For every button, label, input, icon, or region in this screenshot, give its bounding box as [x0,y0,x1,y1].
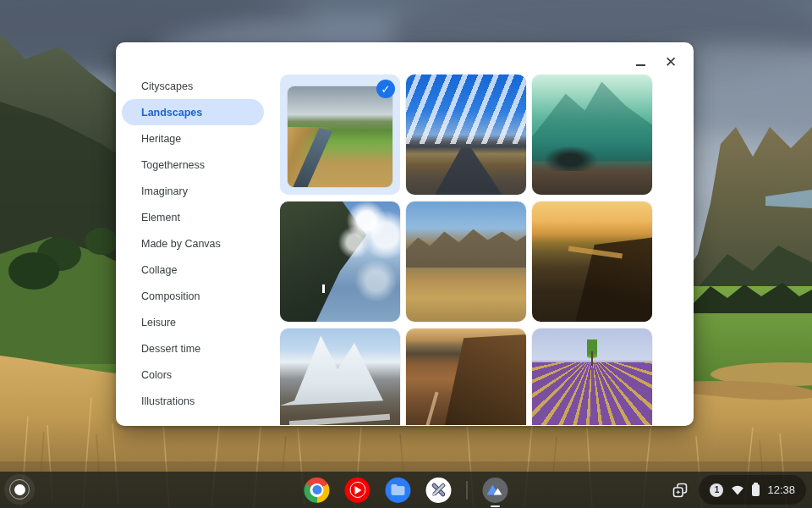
thumbnail-image [406,75,526,195]
sidebar-item-label: Togetherness [141,159,205,171]
wallpaper-thumbnail[interactable] [406,202,526,322]
sidebar-item-composition[interactable]: Composition [122,283,264,309]
sidebar-item-collage[interactable]: Collage [122,257,264,283]
sidebar-item-heritage[interactable]: Heritage [122,125,264,152]
sidebar-item-label: Heritage [141,133,181,145]
selected-check-icon: ✓ [376,80,395,98]
minimize-button[interactable] [629,51,651,73]
system-tray: 1 12:38 [665,475,806,505]
thumbnail-image [280,329,400,425]
sidebar-item-cityscapes[interactable]: Cityscapes [122,73,264,99]
tote-icon [671,481,689,500]
close-button[interactable]: ✕ [660,51,682,73]
thumbnail-image [406,329,526,425]
thumbnail-image [406,202,526,322]
sidebar-item-imaginary[interactable]: Imaginary [122,178,264,204]
sidebar-item-illustrations[interactable]: Illustrations [122,388,264,414]
minimize-icon [636,64,645,66]
canvas-icon[interactable] [426,478,452,503]
sidebar-item-label: Illustrations [141,395,195,407]
app-slot-wallpaper [483,472,508,508]
thumbnail-image [280,202,400,322]
close-icon: ✕ [665,55,677,69]
wallpaper-thumbnail[interactable] [280,329,400,425]
status-area[interactable]: 1 12:38 [699,475,806,505]
sidebar-item-leisure[interactable]: Leisure [122,309,264,335]
wallpaper-grid: ✓ [280,75,653,425]
wifi-icon [731,483,744,496]
thumbnail-image [532,202,652,322]
sidebar-item-label: Landscapes [141,107,202,119]
sidebar-item-label: Art [141,422,155,422]
thumbnail-image [532,75,652,195]
sidebar-item-element[interactable]: Element [122,204,264,230]
wallpaper-thumbnail[interactable] [532,75,652,195]
sidebar-item-colors[interactable]: Colors [122,362,264,388]
launcher-button[interactable] [4,474,35,505]
notification-count-badge: 1 [710,483,723,497]
sidebar-item-art[interactable]: Art [122,414,264,422]
shelf: 1 12:38 [0,472,812,508]
shelf-separator [467,481,468,500]
sidebar-item-label: Leisure [141,317,176,329]
wallpaper-app-icon[interactable] [483,478,508,503]
battery-icon [752,484,760,496]
sidebar-item-label: Colors [141,369,172,381]
tote-button[interactable] [665,475,694,505]
sidebar-item-dessert-time[interactable]: Dessert time [122,335,264,362]
running-indicator [491,505,500,508]
app-slot-chrome [304,472,330,508]
sidebar-item-label: Cityscapes [141,80,193,92]
pinned-apps [304,472,508,508]
app-slot-files [386,472,411,508]
wallpaper-thumbnail[interactable] [532,202,652,322]
wallpaper-thumbnail[interactable] [532,329,652,425]
wallpaper-thumbnail-selected[interactable]: ✓ [280,75,400,195]
selected-tile-card: ✓ [280,75,400,195]
sidebar-item-landscapes[interactable]: Landscapes [122,99,264,125]
youtube-music-icon[interactable] [345,478,370,503]
wallpaper-thumbnail[interactable] [406,329,526,425]
window-controls: ✕ [629,51,682,73]
wallpaper-thumbnail[interactable] [280,202,400,322]
wallpaper-thumbnail[interactable] [406,75,526,195]
wallpaper-picker-dialog: ✕ Cityscapes Landscapes Heritage Togethe… [116,42,694,426]
sidebar-item-label: Imaginary [141,185,188,197]
sidebar-item-label: Element [141,212,180,224]
category-sidebar: Cityscapes Landscapes Heritage Togethern… [122,73,264,422]
files-icon[interactable] [386,478,411,503]
sidebar-item-label: Made by Canvas [141,238,221,250]
chrome-icon[interactable] [304,478,330,503]
thumbnail-image [532,329,652,425]
sidebar-item-togetherness[interactable]: Togetherness [122,152,264,178]
sidebar-item-label: Composition [141,290,200,302]
sidebar-item-label: Collage [141,264,177,276]
app-slot-canvas [426,472,452,508]
sidebar-item-label: Dessert time [141,343,200,355]
sidebar-item-made-by-canvas[interactable]: Made by Canvas [122,230,264,257]
thumbnail-image [288,86,392,187]
app-slot-youtube-music [345,472,370,508]
clock: 12:38 [767,483,795,496]
